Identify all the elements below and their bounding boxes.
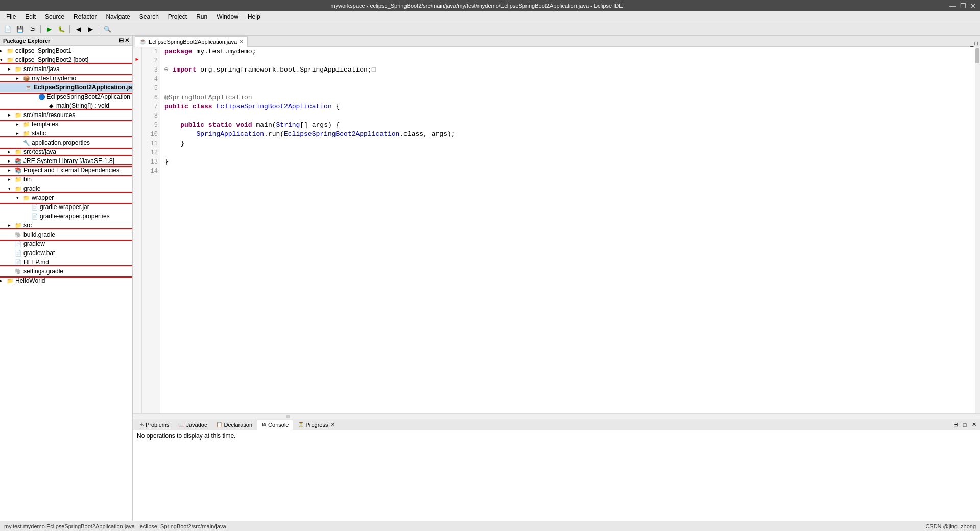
bottom-ctrl-btn-0[interactable]: ⊟ (951, 421, 960, 429)
tree-item-templates[interactable]: ▸📁templates (0, 120, 132, 129)
tree-item-eclipse2[interactable]: ▾📁eclipse_SpringBoot2 [boot] (0, 55, 132, 64)
tree-item-jrelib[interactable]: ▸📚JRE System Library [JavaSE-1.8] (0, 156, 132, 166)
editor-horizontal-scrollbar[interactable] (133, 413, 980, 419)
tree-item-bin[interactable]: ▸📁bin (0, 175, 132, 184)
tree-item-srctestjava[interactable]: ▸📁src/test/java (0, 147, 132, 156)
menu-refactor[interactable]: Refactor (69, 12, 101, 21)
tree-item-projdeps[interactable]: ▸📚Project and External Dependencies (0, 166, 132, 175)
tree-label-gradle: gradle (23, 185, 40, 192)
minimize-button[interactable]: — (949, 2, 956, 10)
tree-icon-src: 📁 (14, 221, 22, 229)
tree-expand-srcmain[interactable]: ▸ (8, 66, 14, 72)
tree-expand-eclipse2[interactable]: ▾ (0, 57, 6, 62)
tree-item-gradlewbat[interactable]: 📄gradlew.bat (0, 248, 132, 258)
tree-expand-helloworld[interactable]: ▸ (0, 278, 6, 283)
tree-label-wrapper: wrapper (32, 194, 54, 201)
tree-item-helloworld[interactable]: ▸📁HelloWorld (0, 276, 132, 285)
bottom-tab-problems[interactable]: ⚠Problems (135, 420, 174, 430)
tree-item-srcmain[interactable]: ▸📁src/main/java (0, 64, 132, 74)
line-num-1: 1 (142, 47, 160, 56)
tree-item-helpdoc[interactable]: 📄HELP.md (0, 258, 132, 267)
toolbar-save[interactable]: 💾 (14, 24, 26, 34)
menu-source[interactable]: Source (41, 12, 68, 21)
editor-area-minimize[interactable]: _ (970, 40, 973, 47)
close-button[interactable]: ✕ (970, 2, 976, 10)
tree-expand-bin[interactable]: ▸ (8, 177, 14, 182)
editor-vertical-scrollbar[interactable] (975, 47, 980, 413)
bottom-tab-close-progress[interactable]: ✕ (331, 422, 335, 427)
editor-tab-main[interactable]: ☕ EclipseSpringBoot2Application.java ✕ (135, 36, 248, 47)
tree-expand-projdeps[interactable]: ▸ (8, 168, 14, 173)
tree-item-gradle[interactable]: ▾📁gradle (0, 184, 132, 193)
tree-expand-mypkg[interactable]: ▸ (16, 76, 22, 81)
menu-help[interactable]: Help (244, 12, 265, 21)
tree-expand-src[interactable]: ▸ (8, 223, 14, 228)
tree-item-gradlew[interactable]: 📄gradlew (0, 239, 132, 248)
tree-expand-wrapper[interactable]: ▾ (16, 195, 22, 200)
line-num-11: 11 (142, 139, 160, 148)
bottom-tab-javadoc[interactable]: 📖Javadoc (174, 420, 211, 430)
editor-area-maximize[interactable]: □ (974, 40, 978, 47)
console-text: No operations to display at this time. (137, 432, 235, 440)
editor-tab-close[interactable]: ✕ (239, 39, 243, 44)
maximize-button[interactable]: ❒ (960, 2, 966, 10)
menu-search[interactable]: Search (135, 12, 163, 21)
menu-file[interactable]: File (2, 12, 20, 21)
code-line-4 (164, 75, 971, 84)
tree-icon-gradlewrapperjr: 📄 (31, 203, 39, 211)
bottom-ctrl-btn-2[interactable]: ✕ (970, 421, 978, 429)
tree-expand-srctestjava[interactable]: ▸ (8, 149, 14, 154)
explorer-collapse-btn[interactable]: ⊟ (119, 37, 124, 44)
menu-run[interactable]: Run (192, 12, 211, 21)
tree-item-mainmethod[interactable]: ◆main(String[]) : void (0, 101, 132, 110)
tree-label-settingsgradle: settings.gradle (23, 268, 63, 275)
toolbar-sep1 (40, 25, 41, 33)
tree-item-buildgradle[interactable]: 🐘build.gradle (0, 230, 132, 239)
explorer-close-btn[interactable]: ✕ (125, 37, 129, 44)
tree-item-eclipse1[interactable]: ▸📁eclipse_SpringBoot1 (0, 46, 132, 55)
bottom-tabs: ⚠Problems📖Javadoc📋Declaration🖥Console⏳Pr… (133, 419, 980, 430)
bottom-tab-icon-progress: ⏳ (298, 422, 304, 427)
toolbar-prev[interactable]: ◀ (73, 24, 84, 34)
tree-item-static[interactable]: ▸📁static (0, 129, 132, 138)
menu-window[interactable]: Window (212, 12, 243, 21)
menu-bar: FileEditSourceRefactorNavigateSearchProj… (0, 11, 980, 22)
toolbar-debug[interactable]: 🐛 (56, 24, 67, 34)
tree-item-mypkg[interactable]: ▸📦my.test.mydemo (0, 74, 132, 83)
tree-expand-templates[interactable]: ▸ (16, 122, 22, 127)
bottom-tab-console[interactable]: 🖥Console (257, 420, 293, 430)
tree-item-mainclass2[interactable]: 🔵EclipseSpringBoot2Application (0, 92, 132, 101)
bottom-tab-declaration[interactable]: 📋Declaration (211, 420, 257, 430)
menu-edit[interactable]: Edit (21, 12, 40, 21)
line-num-12: 12 (142, 148, 160, 157)
code-line-12 (164, 148, 971, 157)
tree-item-gradlewrapperpr[interactable]: 📄gradle-wrapper.properties (0, 212, 132, 221)
toolbar-run[interactable]: ▶ (43, 24, 55, 34)
toolbar-new[interactable]: 📄 (2, 24, 13, 34)
h-scrollbar-thumb[interactable] (286, 415, 290, 418)
tree-expand-gradle[interactable]: ▾ (8, 186, 14, 191)
toolbar-search[interactable]: 🔍 (102, 24, 113, 34)
tree-item-gradlewrapperjr[interactable]: 📄gradle-wrapper.jar (0, 202, 132, 212)
tree-item-settingsgradle[interactable]: 🐘settings.gradle (0, 267, 132, 276)
tree-item-wrapper[interactable]: ▾📁wrapper (0, 193, 132, 202)
tree-expand-eclipse1[interactable]: ▸ (0, 48, 6, 53)
scrollbar-thumb[interactable] (975, 48, 979, 63)
code-editor[interactable]: package my.test.mydemo;⊕ import org.spri… (160, 47, 975, 413)
tree-expand-srcmainres[interactable]: ▸ (8, 112, 14, 118)
toolbar-next[interactable]: ▶ (85, 24, 96, 34)
tree-expand-static[interactable]: ▸ (16, 131, 22, 136)
tree-item-mainclass[interactable]: ☕EclipseSpringBoot2Application.java (0, 83, 132, 92)
bottom-tab-progress[interactable]: ⏳Progress✕ (293, 420, 340, 430)
explorer-body[interactable]: ▸📁eclipse_SpringBoot1▾📁eclipse_SpringBoo… (0, 46, 132, 521)
tree-expand-jrelib[interactable]: ▸ (8, 158, 14, 164)
line-num-3: 3 (142, 65, 160, 75)
tree-item-srcmainres[interactable]: ▸📁src/main/resources (0, 110, 132, 120)
menu-navigate[interactable]: Navigate (102, 12, 134, 21)
tree-label-gradlew: gradlew (23, 240, 45, 247)
menu-project[interactable]: Project (164, 12, 191, 21)
tree-item-appprops[interactable]: 🔧application.properties (0, 138, 132, 147)
toolbar-saveall[interactable]: 🗂 (27, 24, 38, 34)
bottom-ctrl-btn-1[interactable]: □ (961, 421, 969, 429)
tree-item-src[interactable]: ▸📁src (0, 221, 132, 230)
